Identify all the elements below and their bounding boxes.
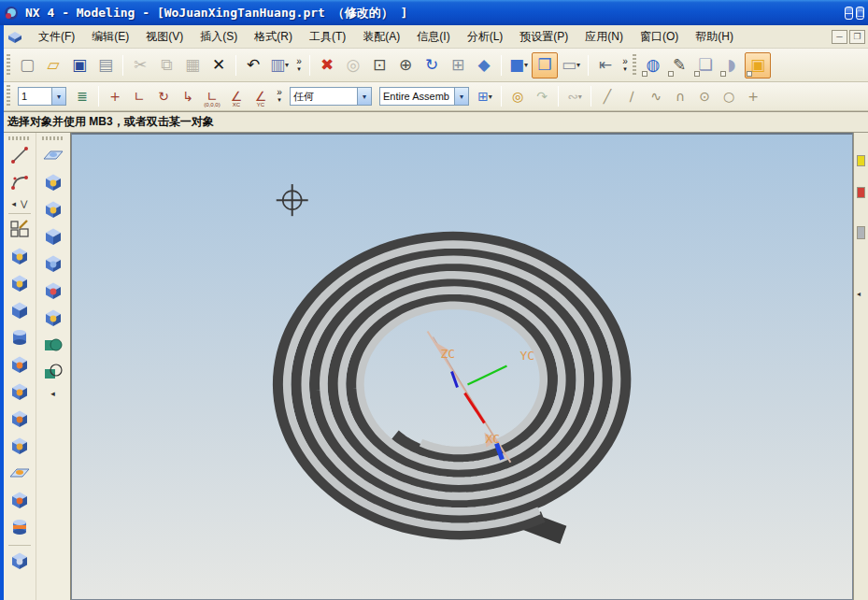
line-tool[interactable] <box>6 143 34 170</box>
new-file-button[interactable]: ▢ <box>14 52 40 79</box>
menu-window[interactable]: 窗口(O) <box>632 26 687 48</box>
paste-button[interactable]: ▦ <box>179 52 206 79</box>
menu-format[interactable]: 格式(R) <box>246 26 301 48</box>
wcs-orient-button[interactable]: ↳ <box>176 85 200 107</box>
toolbar-drag-handle[interactable] <box>633 54 636 77</box>
shaded-display-button[interactable]: ■▾ <box>505 52 532 79</box>
chevron-down-icon[interactable]: ▾ <box>489 93 492 101</box>
perspective-button[interactable]: ◆ <box>471 52 497 79</box>
sheetmetal-module-button[interactable]: ◗ <box>719 52 745 79</box>
snap-settings-button[interactable]: ∾▾ <box>562 85 587 107</box>
slot-tool[interactable] <box>6 488 34 515</box>
menu-edit[interactable]: 编辑(E) <box>83 26 137 48</box>
menu-information[interactable]: 信息(I) <box>408 26 458 48</box>
join-body-tool[interactable] <box>39 251 67 279</box>
menu-analysis[interactable]: 分析(L) <box>459 26 512 48</box>
datum-csys-tool[interactable] <box>39 197 67 224</box>
modeling-module-button[interactable]: ▣ <box>745 52 771 79</box>
datum-axis-tool[interactable] <box>39 170 67 197</box>
maximize-button[interactable]: □ <box>856 7 864 20</box>
delete-button[interactable]: ✕ <box>206 52 232 79</box>
boss-tool[interactable] <box>6 379 34 407</box>
menu-help[interactable]: 帮助(H) <box>687 26 742 48</box>
snap-end-point-button[interactable]: ╱ <box>595 85 619 107</box>
instance-feature-tool[interactable] <box>39 224 67 251</box>
layer-settings-button[interactable]: ≣ <box>70 85 94 107</box>
sketch-module-button[interactable]: ✎ <box>666 52 692 79</box>
selection-filter-button[interactable]: ◎ <box>505 85 530 107</box>
open-file-button[interactable]: ▱ <box>40 52 66 79</box>
revolve-tool[interactable] <box>6 271 34 298</box>
sidebar-drag-handle[interactable] <box>8 136 31 140</box>
toolbar-overflow-button[interactable]: »▾ <box>292 58 306 73</box>
rotate-view-button[interactable]: ↻ <box>419 52 445 79</box>
menu-assemblies[interactable]: 装配(A) <box>354 26 408 48</box>
snap-circle-button[interactable]: ○ <box>717 85 741 107</box>
revolve-instance-tool[interactable] <box>39 279 67 306</box>
snap-center-point-button[interactable]: ⊙ <box>692 85 717 107</box>
swept-tool[interactable] <box>6 298 34 325</box>
groove-tool[interactable] <box>6 515 34 542</box>
cut-button[interactable]: ✂ <box>127 52 153 79</box>
subtract-tool[interactable] <box>39 360 67 387</box>
start-module-button[interactable]: ◍ <box>640 52 666 79</box>
redo-selection-button[interactable]: ↷ <box>530 85 554 107</box>
collapse-strip-arrow[interactable]: ◂ <box>857 290 865 298</box>
pan-view-button[interactable]: ⊞ <box>445 52 471 79</box>
toolbar-overflow-button[interactable]: »▾ <box>619 58 632 73</box>
title-bar[interactable]: NX 4 - Modeling - [WoJuanXingTanHuang.pr… <box>0 0 868 25</box>
mirror-body-tool[interactable] <box>39 306 67 333</box>
customize-button[interactable]: ▥▾ <box>266 52 292 79</box>
sidebar-drag-handle[interactable] <box>42 136 64 140</box>
menu-insert[interactable]: 插入(S) <box>192 26 246 48</box>
measure-button[interactable]: ⇤ <box>592 52 619 79</box>
hole-tool[interactable] <box>6 352 34 379</box>
sketch-tool[interactable] <box>6 217 34 244</box>
fit-view-button[interactable]: ✖ <box>314 52 340 79</box>
layer-combobox[interactable]: 1▾ <box>18 87 66 106</box>
extrude-tool[interactable] <box>6 244 34 271</box>
arc-tool[interactable] <box>6 170 34 197</box>
unite-tool[interactable] <box>39 333 67 360</box>
zoom-in-out-button[interactable]: ⊕ <box>392 52 419 79</box>
wcs-rotate-button[interactable]: ↻ <box>151 85 176 107</box>
type-filter-combobox[interactable]: 任何▾ <box>290 87 372 106</box>
chevron-down-icon[interactable]: ▾ <box>285 61 289 69</box>
emboss-tool[interactable] <box>6 461 34 488</box>
snap-mid-point-button[interactable]: ∕ <box>619 85 644 107</box>
trim-body-tool[interactable] <box>6 549 34 576</box>
wcs-change-xc-button[interactable]: ∠XC <box>224 85 249 107</box>
menu-file[interactable]: 文件(F) <box>30 26 83 48</box>
toolbar-drag-handle[interactable] <box>7 54 10 77</box>
snap-quadrant-point-button[interactable]: ∩ <box>668 85 692 107</box>
chevron-down-icon[interactable]: ▾ <box>578 93 582 101</box>
find-component-button[interactable]: ⊞▾ <box>473 85 497 107</box>
wcs-set-absolute-button[interactable]: ∟(0,0,0) <box>200 85 224 107</box>
chevron-down-icon[interactable]: ▾ <box>357 88 371 105</box>
menu-preferences[interactable]: 预设置(P) <box>511 26 576 48</box>
menu-tools[interactable]: 工具(T) <box>301 26 354 48</box>
scope-combobox[interactable]: Entire Assemb▾ <box>379 87 469 106</box>
minimize-button[interactable]: ─ <box>845 7 854 20</box>
graphics-viewport[interactable]: ZCYCXC <box>71 133 853 600</box>
collapse-column-arrow[interactable]: ◂ <box>50 387 55 400</box>
menu-application[interactable]: 应用(N) <box>576 26 632 48</box>
snap-existing-point-button[interactable]: + <box>741 85 765 107</box>
tube-tool[interactable] <box>6 325 34 352</box>
undo-button[interactable]: ↶ <box>240 52 266 79</box>
mdi-restore-button[interactable]: ❐ <box>849 30 865 44</box>
chevron-down-icon[interactable]: ▾ <box>51 88 65 105</box>
copy-button[interactable]: ⧉ <box>153 52 179 79</box>
zoom-box-button[interactable]: ⊡ <box>366 52 392 79</box>
mdi-minimize-button[interactable]: ─ <box>832 30 847 44</box>
chevron-down-icon[interactable]: ▾ <box>277 96 281 104</box>
menu-view[interactable]: 视图(V) <box>137 26 192 48</box>
zoom-button[interactable]: ◎ <box>340 52 366 79</box>
chevron-down-icon[interactable]: ▾ <box>454 88 468 105</box>
print-button[interactable]: ▤ <box>92 52 119 79</box>
pad-tool[interactable] <box>6 434 34 461</box>
chevron-down-icon[interactable]: ▾ <box>524 61 528 69</box>
save-button[interactable]: ▣ <box>66 52 92 79</box>
datum-plane-tool[interactable] <box>39 143 67 170</box>
toolbar-overflow-button[interactable]: »▾ <box>273 89 286 104</box>
